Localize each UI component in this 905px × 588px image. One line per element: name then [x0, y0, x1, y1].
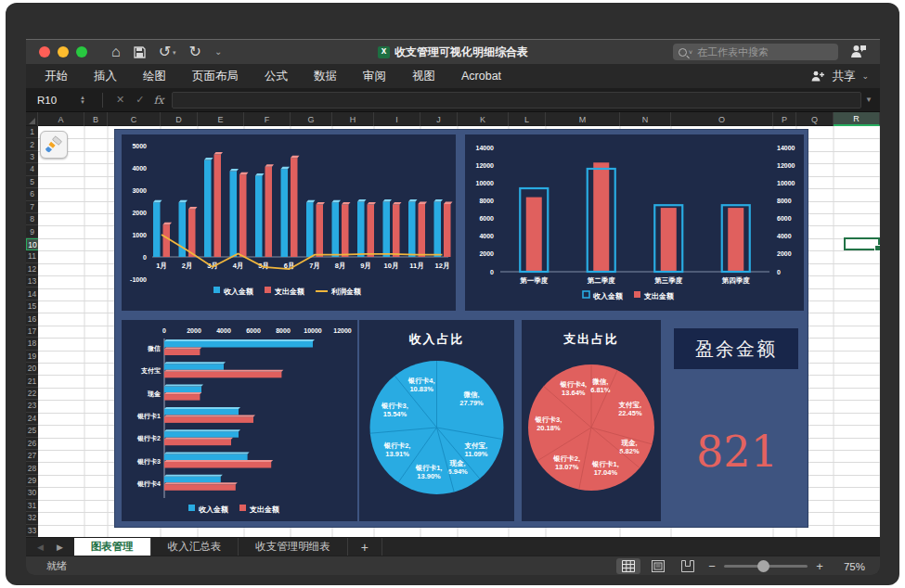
chart-income-share-pie[interactable]: 收入占比 微信,27.79%支付宝,11.09%现金,6.94%银行卡1,13.…: [359, 320, 514, 521]
row-header-33[interactable]: 33: [26, 525, 38, 537]
ribbon-tab-审阅[interactable]: 审阅: [357, 69, 392, 84]
ribbon-tab-数据[interactable]: 数据: [308, 69, 343, 84]
search-box[interactable]: ˅: [673, 44, 838, 60]
close-window-button[interactable]: [39, 46, 50, 58]
search-input[interactable]: [697, 46, 818, 58]
formula-input[interactable]: [172, 92, 861, 109]
zoom-window-button[interactable]: [76, 46, 87, 58]
page-break-view-button[interactable]: [676, 558, 700, 574]
undo-icon[interactable]: ↺▾: [159, 45, 176, 59]
add-sheet-button[interactable]: +: [347, 538, 382, 556]
chart-monthly-income-expense[interactable]: -10000100020003000400050001月2月3月4月5月6月7月…: [122, 134, 456, 311]
chart-expense-share-pie[interactable]: 支出占比 微信,6.81%支付宝,22.45%现金,6.82%银行卡1,17.0…: [522, 320, 661, 521]
column-header-J[interactable]: J: [420, 112, 458, 126]
row-header-30[interactable]: 30: [26, 487, 38, 499]
column-header-F[interactable]: F: [244, 112, 291, 126]
share-feedback-icon[interactable]: [850, 44, 867, 62]
ribbon-tab-开始[interactable]: 开始: [39, 69, 73, 84]
sheet-nav-right-icon[interactable]: ▶: [57, 543, 63, 552]
page-layout-view-button[interactable]: [646, 558, 670, 574]
row-header-16[interactable]: 16: [26, 313, 38, 325]
row-header-1[interactable]: 1: [26, 126, 38, 138]
sheet-nav-left-icon[interactable]: ◀: [37, 543, 44, 552]
chevron-down-icon[interactable]: ⌄: [861, 71, 869, 81]
zoom-slider[interactable]: [724, 565, 808, 568]
column-header-N[interactable]: N: [620, 112, 671, 126]
ribbon-tab-公式[interactable]: 公式: [259, 69, 293, 84]
name-box[interactable]: R10: [26, 95, 80, 106]
row-header-20[interactable]: 20: [26, 363, 38, 375]
select-all-corner[interactable]: [26, 112, 38, 126]
row-header-18[interactable]: 18: [26, 338, 38, 350]
zoom-in-button[interactable]: +: [813, 559, 826, 573]
sheet-tab-收支管理明细表[interactable]: 收支管理明细表: [238, 538, 347, 556]
sheet-tab-图表管理[interactable]: 图表管理: [74, 538, 150, 556]
column-header-L[interactable]: L: [509, 112, 546, 126]
row-header-8[interactable]: 8: [26, 213, 38, 225]
row-header-31[interactable]: 31: [26, 500, 38, 512]
insert-function-icon[interactable]: fx: [153, 94, 163, 107]
zoom-slider-knob[interactable]: [757, 560, 769, 572]
column-header-I[interactable]: I: [374, 112, 420, 126]
row-header-25[interactable]: 25: [26, 425, 38, 437]
column-header-Q[interactable]: Q: [796, 112, 834, 126]
minimize-window-button[interactable]: [58, 46, 69, 58]
chart-by-payment-channel[interactable]: 020004000600080001000012000微信支付宝现金银行卡1银行…: [122, 320, 357, 521]
column-header-K[interactable]: K: [458, 112, 509, 126]
row-header-32[interactable]: 32: [26, 512, 38, 524]
sheet-tab-收入汇总表[interactable]: 收入汇总表: [150, 538, 239, 556]
share-button[interactable]: 共享 ⌄: [811, 69, 869, 84]
row-header-24[interactable]: 24: [26, 413, 38, 425]
redo-icon[interactable]: ↻: [189, 45, 201, 59]
row-header-11[interactable]: 11: [26, 250, 38, 262]
row-header-6[interactable]: 6: [26, 188, 38, 200]
row-header-29[interactable]: 29: [26, 475, 38, 487]
column-header-H[interactable]: H: [332, 112, 374, 126]
row-header-21[interactable]: 21: [26, 375, 38, 387]
column-header-D[interactable]: D: [161, 112, 198, 126]
row-header-19[interactable]: 19: [26, 351, 38, 363]
column-header-G[interactable]: G: [291, 112, 332, 126]
row-header-13[interactable]: 13: [26, 275, 38, 288]
worksheet[interactable]: -10000100020003000400050001月2月3月4月5月6月7月…: [38, 126, 880, 537]
row-header-12[interactable]: 12: [26, 263, 38, 275]
row-header-26[interactable]: 26: [26, 438, 38, 450]
ribbon-tab-插入[interactable]: 插入: [88, 69, 123, 84]
column-header-M[interactable]: M: [546, 112, 620, 126]
row-header-28[interactable]: 28: [26, 462, 38, 474]
formula-bar-expand-icon[interactable]: ▼: [865, 96, 873, 104]
ribbon-tab-页面布局[interactable]: 页面布局: [187, 69, 244, 84]
column-header-A[interactable]: A: [38, 112, 84, 126]
confirm-entry-icon[interactable]: ✓: [136, 94, 144, 106]
row-header-4[interactable]: 4: [26, 163, 38, 175]
cancel-entry-icon[interactable]: ✕: [116, 94, 124, 106]
row-header-27[interactable]: 27: [26, 450, 38, 462]
row-header-9[interactable]: 9: [26, 225, 38, 237]
row-header-22[interactable]: 22: [26, 388, 38, 400]
ribbon-tab-绘图[interactable]: 绘图: [137, 69, 172, 84]
save-icon[interactable]: [134, 46, 146, 58]
row-header-17[interactable]: 17: [26, 326, 38, 338]
normal-view-button[interactable]: [616, 558, 640, 574]
name-box-stepper[interactable]: ▲▼: [80, 96, 85, 105]
zoom-out-button[interactable]: −: [705, 559, 718, 573]
row-header-3[interactable]: 3: [26, 151, 38, 163]
row-header-5[interactable]: 5: [26, 176, 38, 188]
row-header-2[interactable]: 2: [26, 138, 38, 150]
column-header-P[interactable]: P: [773, 112, 796, 126]
column-header-B[interactable]: B: [84, 112, 108, 126]
column-header-R[interactable]: R: [834, 112, 880, 126]
row-header-23[interactable]: 23: [26, 400, 38, 412]
selected-cell-R10[interactable]: [844, 237, 880, 250]
column-header-E[interactable]: E: [198, 112, 244, 126]
chart-quarterly-income-expense[interactable]: 0020002000400040006000600080008000100001…: [465, 134, 804, 311]
ribbon-tab-视图[interactable]: 视图: [407, 69, 441, 84]
ribbon-display-options-icon[interactable]: ⌄: [214, 47, 222, 57]
home-icon[interactable]: ⌂: [111, 45, 121, 59]
row-header-10[interactable]: 10: [26, 238, 38, 250]
row-header-15[interactable]: 15: [26, 300, 38, 313]
row-header-14[interactable]: 14: [26, 288, 38, 300]
column-header-O[interactable]: O: [671, 112, 773, 126]
search-scope-caret-icon[interactable]: ˅: [689, 49, 692, 56]
ribbon-tab-Acrobat[interactable]: Acrobat: [456, 70, 507, 83]
